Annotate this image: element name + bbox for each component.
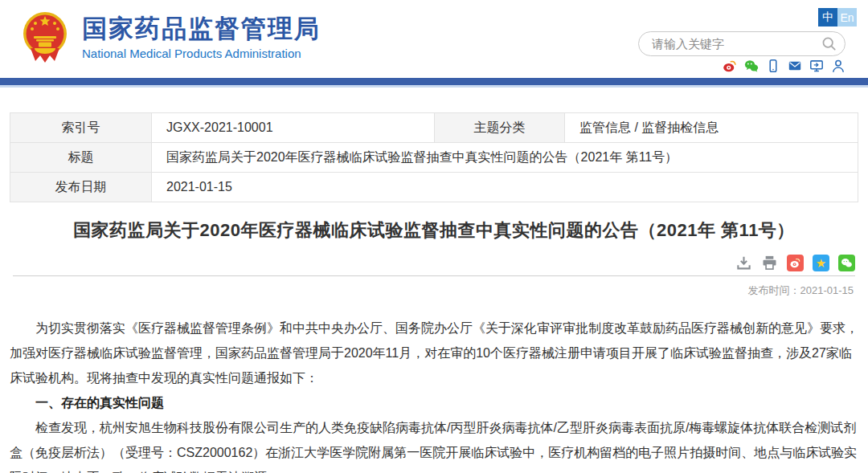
download-icon[interactable]	[735, 255, 752, 271]
document-meta-table: 索引号 JGXX-2021-10001 主题分类 监管信息 / 监督抽检信息 标…	[10, 112, 858, 202]
lang-toggle-cn[interactable]: 中	[818, 8, 837, 27]
mobile-icon[interactable]	[766, 59, 780, 73]
national-emblem-logo	[19, 10, 71, 64]
publish-time-value: 2021-01-15	[800, 284, 854, 296]
site-title-en: National Medical Products Administration	[82, 47, 321, 60]
article-action-bar: ★	[10, 255, 858, 271]
mail-icon[interactable]	[788, 59, 802, 73]
header-divider-bar-light	[0, 85, 868, 88]
header-divider-bar	[0, 78, 868, 85]
main-content: 索引号 JGXX-2021-10001 主题分类 监管信息 / 监督抽检信息 标…	[0, 112, 868, 473]
meta-value-category: 监管信息 / 监督抽检信息	[565, 113, 858, 143]
search-icon[interactable]	[821, 36, 837, 51]
meta-label-category: 主题分类	[435, 113, 565, 143]
weibo-icon[interactable]	[723, 59, 737, 73]
social-icon-row	[723, 59, 845, 73]
share-qzone-icon[interactable]: ★	[813, 255, 829, 271]
language-toggle: 中 En	[818, 8, 857, 27]
headline-divider	[13, 275, 855, 276]
meta-value-date: 2021-01-15	[152, 173, 858, 202]
table-row: 标题 国家药监局关于2020年医疗器械临床试验监督抽查中真实性问题的公告（202…	[10, 143, 858, 173]
share-weibo-icon[interactable]	[787, 255, 804, 271]
site-title-block: 国家药品监督管理局 National Medical Products Admi…	[82, 14, 321, 60]
share-wechat-icon[interactable]	[838, 255, 855, 271]
section-heading-1: 一、存在的真实性问题	[10, 390, 858, 415]
print-icon[interactable]	[761, 255, 778, 271]
article-body: 为切实贯彻落实《医疗器械监督管理条例》和中共中央办公厅、国务院办公厅《关于深化审…	[10, 316, 858, 473]
meta-label-date: 发布日期	[10, 173, 152, 202]
user-icon[interactable]	[831, 59, 845, 73]
publish-time-label: 发布时间：	[748, 284, 800, 296]
wechat-icon[interactable]	[744, 59, 759, 73]
screen-share-icon[interactable]	[809, 59, 824, 73]
article-headline: 国家药监局关于2020年医疗器械临床试验监督抽查中真实性问题的公告（2021年 …	[10, 218, 858, 243]
meta-value-index: JGXX-2021-10001	[152, 113, 435, 143]
paragraph-intro: 为切实贯彻落实《医疗器械监督管理条例》和中共中央办公厅、国务院办公厅《关于深化审…	[10, 316, 858, 390]
meta-label-title: 标题	[10, 143, 152, 173]
nmpa-announcement-page: 国家药品监督管理局 National Medical Products Admi…	[0, 0, 868, 473]
table-row: 发布日期 2021-01-15	[10, 173, 858, 202]
lang-toggle-en[interactable]: En	[837, 8, 857, 27]
publish-time: 发布时间：2021-01-15	[10, 283, 858, 298]
site-header: 国家药品监督管理局 National Medical Products Admi…	[0, 0, 868, 78]
table-row: 索引号 JGXX-2021-10001 主题分类 监管信息 / 监督抽检信息	[10, 113, 858, 143]
meta-label-index: 索引号	[10, 113, 152, 143]
paragraph-findings: 检查发现，杭州安旭生物科技股份有限公司生产的人类免疫缺陷病毒抗体/丙型肝炎病毒抗…	[10, 415, 858, 473]
site-brand[interactable]: 国家药品监督管理局 National Medical Products Admi…	[19, 10, 321, 64]
site-title-cn: 国家药品监督管理局	[82, 14, 321, 43]
search-input[interactable]	[652, 37, 821, 51]
meta-value-title: 国家药监局关于2020年医疗器械临床试验监督抽查中真实性问题的公告（2021年 …	[152, 143, 858, 173]
search-box	[638, 31, 845, 56]
